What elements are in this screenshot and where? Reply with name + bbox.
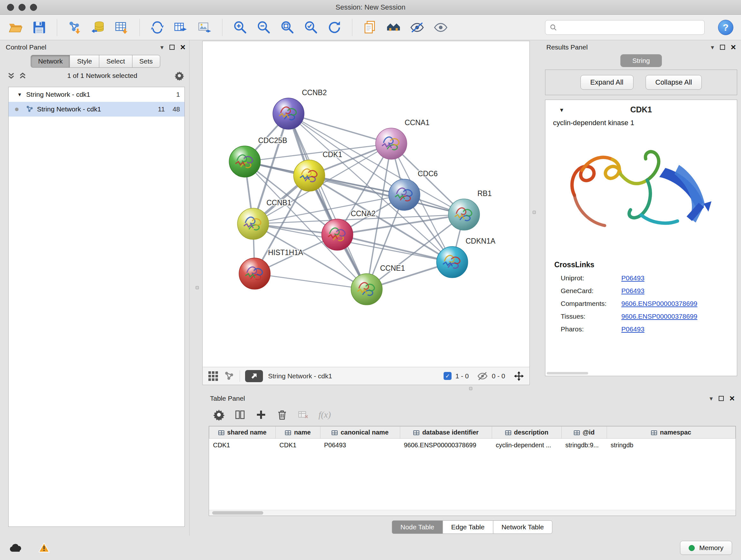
network-node-HIST1H1A[interactable] [239,258,270,289]
protein-collapse-caret-icon[interactable]: ▾ [560,106,563,114]
new-network-from-table-icon[interactable] [173,19,189,36]
network-canvas[interactable]: CCNB2CCNA1CDC25BCDK1CDC6RB1CCNB1CCNA2CDK… [203,41,529,367]
vertical-splitter-grip[interactable] [196,286,199,289]
network-node-CCNA2[interactable] [322,219,353,250]
close-panel-icon[interactable]: × [731,43,736,52]
tab-network[interactable]: Network [30,55,70,68]
column-header-canonical-name[interactable]: canonical name [320,427,400,439]
column-header--id[interactable]: @id [562,427,607,439]
network-edge-CCNB2-CCNE1[interactable] [288,114,367,289]
table-options-gear-icon[interactable] [213,409,225,421]
table-cell[interactable]: CDK1 [209,439,276,452]
column-header-name[interactable]: name [276,427,320,439]
network-node-CDK1[interactable] [293,160,325,191]
tab-select[interactable]: Select [99,55,132,68]
horizontal-splitter-grip[interactable] [469,387,472,390]
help-button[interactable]: ? [718,20,733,35]
tab-string[interactable]: String [620,54,662,67]
warning-icon[interactable] [37,542,51,554]
table-cell[interactable]: 9606.ENSP00000378699 [400,439,492,452]
close-panel-icon[interactable]: × [730,394,735,403]
network-node-CDC6[interactable] [389,179,420,210]
tab-network-table[interactable]: Network Table [493,520,552,534]
results-hscrollbar[interactable] [547,372,588,374]
network-edge-CCNB2-CCNA1[interactable] [288,114,391,144]
network-node-CDC25B[interactable] [229,146,260,177]
table-hscrollbar[interactable] [209,510,736,516]
zoom-out-icon[interactable] [256,19,272,36]
network-node-CCNE1[interactable] [351,273,382,305]
table-cell[interactable]: P06493 [320,439,400,452]
birdseye-view-icon[interactable] [208,371,219,381]
import-network-from-database-icon[interactable] [90,19,106,36]
string-home-icon[interactable] [386,19,401,36]
import-table-from-file-icon[interactable] [114,19,130,36]
collapse-all-button[interactable]: Collapse All [646,75,702,90]
expand-all-networks-icon[interactable] [7,71,15,80]
crosslink-link[interactable]: P06493 [621,287,644,295]
close-window-button[interactable] [7,4,14,11]
tab-edge-table[interactable]: Edge Table [443,520,493,534]
tab-node-table[interactable]: Node Table [392,520,443,534]
tab-style[interactable]: Style [70,55,99,68]
float-panel-icon[interactable] [720,45,725,50]
new-network-icon[interactable] [149,19,165,36]
import-network-from-file-icon[interactable] [67,19,83,36]
maximize-window-button[interactable] [30,4,37,11]
column-header-namespac[interactable]: namespac [607,427,736,439]
crosslink-link[interactable]: 9606.ENSP00000378699 [621,313,697,320]
export-network-image-icon[interactable] [197,19,212,36]
collapse-all-networks-icon[interactable] [18,71,27,80]
detach-view-button[interactable] [245,370,263,382]
network-row-selected[interactable]: String Network - cdk1 11 48 [9,102,185,117]
column-header-database-identifier[interactable]: database identifier [400,427,492,439]
cloud-status-icon[interactable] [9,542,23,554]
delete-column-trash-icon[interactable] [276,409,288,421]
network-collection-row[interactable]: ▾ String Network - cdk1 1 [9,87,185,102]
search-input[interactable] [560,23,700,31]
network-node-RB1[interactable] [448,199,480,230]
table-cell[interactable]: CDK1 [276,439,320,452]
pan-move-icon[interactable] [514,371,524,381]
network-options-gear-icon[interactable] [175,71,184,80]
column-header-description[interactable]: description [492,427,562,439]
column-header-shared-name[interactable]: shared name [209,427,276,439]
hide-unselected-icon[interactable] [409,19,425,36]
show-columns-icon[interactable] [234,409,246,421]
zoom-in-icon[interactable] [232,19,248,36]
selected-indicator-checkbox[interactable]: ✓ [444,372,452,380]
network-share-icon[interactable] [224,371,234,381]
table-hscrollbar-thumb[interactable] [212,511,263,515]
network-node-CCNB1[interactable] [238,208,269,240]
table-row[interactable]: CDK1CDK1P064939606.ENSP00000378699cyclin… [209,439,736,452]
vertical-splitter-grip[interactable] [533,211,536,214]
panel-menu-caret-icon[interactable]: ▾ [710,395,713,402]
clone-network-icon[interactable] [362,19,378,36]
zoom-fit-content-icon[interactable] [279,19,295,36]
refresh-view-icon[interactable] [327,19,342,36]
memory-button[interactable]: Memory [680,541,732,555]
table-cell[interactable]: cyclin-dependent ... [492,439,562,452]
create-column-plus-icon[interactable] [255,409,267,421]
expand-all-button[interactable]: Expand All [581,75,633,90]
tab-sets[interactable]: Sets [132,55,160,68]
open-session-icon[interactable] [8,19,23,36]
crosslink-link[interactable]: 9606.ENSP00000378699 [621,300,697,307]
network-node-CCNA1[interactable] [376,128,407,159]
panel-menu-caret-icon[interactable]: ▾ [160,44,164,51]
crosslink-link[interactable]: P06493 [621,325,644,333]
float-panel-icon[interactable] [719,396,724,401]
network-edge-CCNE1-HIST1H1A[interactable] [255,273,367,289]
save-session-icon[interactable] [31,19,47,36]
show-all-icon[interactable] [433,19,449,36]
close-panel-icon[interactable]: × [180,43,185,52]
panel-menu-caret-icon[interactable]: ▾ [711,44,714,51]
minimize-window-button[interactable] [18,4,25,11]
zoom-selected-icon[interactable] [303,19,319,36]
toolbar-search-field[interactable] [545,20,704,35]
collection-expand-caret-icon[interactable]: ▾ [18,91,21,98]
network-view[interactable]: CCNB2CCNA1CDC25BCDK1CDC6RB1CCNB1CCNA2CDK… [202,41,530,385]
network-node-CDKN1A[interactable] [436,246,468,278]
crosslink-link[interactable]: P06493 [621,274,644,282]
table-cell[interactable]: stringdb:9... [562,439,607,452]
